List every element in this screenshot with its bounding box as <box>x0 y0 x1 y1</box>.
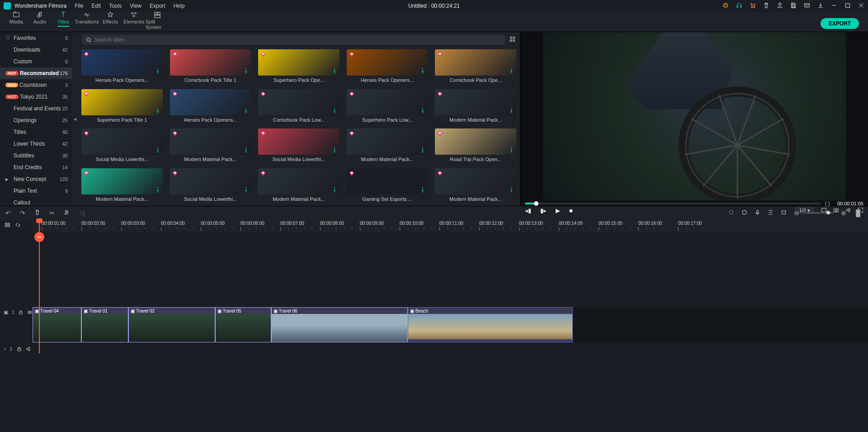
scissor-icon[interactable]: ✂ <box>34 232 44 242</box>
title-thumb[interactable]: ⭳Superhero Pack Ope... <box>258 49 340 85</box>
split-button[interactable]: ✂ <box>49 209 55 217</box>
title-thumb[interactable]: ⭳Heroes Pack Openers... <box>347 49 428 85</box>
marker-icon[interactable] <box>741 209 747 217</box>
sidebar-item-recommended[interactable]: HOTRecommended176 <box>0 67 72 79</box>
title-thumb[interactable]: ⭳Road Trip Pack Open... <box>435 128 516 165</box>
sidebar-collapse-handle[interactable]: ◂ <box>72 32 78 206</box>
tab-transitions[interactable]: Transitions <box>75 11 99 32</box>
maximize-icon[interactable] <box>844 2 851 10</box>
link-icon[interactable] <box>15 222 21 229</box>
sidebar-item-favorites[interactable]: ♡Favorites0 <box>0 32 72 44</box>
sidebar-item-plain-text[interactable]: Plain Text8 <box>0 185 72 197</box>
redo-button[interactable]: ↷ <box>20 209 25 217</box>
title-thumb[interactable]: ⭳Modern Material Pack... <box>170 128 251 165</box>
title-thumb[interactable]: ⭳Modern Material Pack... <box>347 128 428 165</box>
clip[interactable]: ▣ Travel 05 <box>215 307 271 342</box>
eye-icon[interactable] <box>27 309 33 315</box>
title-thumb[interactable]: ⭳Gaming Set Esports ... <box>347 168 428 204</box>
search-input[interactable] <box>94 37 501 43</box>
grid-view-toggle[interactable] <box>509 36 515 43</box>
title-thumb[interactable]: ⭳Modern Material Pack... <box>258 168 340 204</box>
sidebar-item-festival-and-events[interactable]: Festival and Events22 <box>0 103 72 114</box>
tab-titles[interactable]: Titles <box>52 11 75 32</box>
clip[interactable]: ▣ Travel 06 <box>271 307 408 342</box>
sidebar-item-callout[interactable]: Callout <box>0 197 72 206</box>
video-track-header[interactable]: ▣1 <box>0 308 33 317</box>
sidebar-item-custom[interactable]: Custom0 <box>0 56 72 67</box>
title-thumb[interactable]: ⭳Heroes Pack Openers... <box>170 89 251 125</box>
sidebar-item-openings[interactable]: Openings25 <box>0 114 72 126</box>
minimize-icon[interactable] <box>831 2 837 10</box>
zoom-in-button[interactable]: ⊕ <box>841 209 846 217</box>
menu-help[interactable]: Help <box>174 3 185 9</box>
sidebar-item-subtitles[interactable]: Subtitles30 <box>0 150 72 161</box>
play-button[interactable]: ▶ <box>556 207 560 214</box>
audio-track-header[interactable]: ♪1 <box>0 344 33 353</box>
title-thumb[interactable]: ⭳Modern Material Pack... <box>435 168 516 204</box>
frame-icon[interactable] <box>781 209 787 217</box>
title-thumb[interactable]: ⭳Comicbook Pack Title 1 <box>170 49 251 85</box>
title-thumb[interactable]: ⭳Modern Material Pack... <box>81 168 163 204</box>
cart-icon[interactable] <box>750 2 756 10</box>
mixer-icon[interactable] <box>768 209 774 217</box>
clip[interactable]: ▣ Travel 01 <box>81 307 128 342</box>
menu-edit[interactable]: Edit <box>92 3 101 9</box>
sidebar-item-end-credits[interactable]: End Credits14 <box>0 161 72 173</box>
tab-split-screen[interactable]: Split Screen <box>146 11 169 32</box>
render-icon[interactable] <box>728 209 734 217</box>
headphones-icon[interactable] <box>736 2 742 10</box>
delete-button[interactable] <box>34 209 40 217</box>
sidebar-item-tokyo-2021[interactable]: HOTTokyo 202135 <box>0 91 72 103</box>
playhead[interactable]: ✂ <box>39 219 40 353</box>
tab-media[interactable]: Media <box>5 11 28 32</box>
preview-seek-slider[interactable] <box>525 203 821 204</box>
stop-button[interactable]: ■ <box>569 207 573 214</box>
time-ruler[interactable]: 00:00:01:0000:00:02:0000:00:03:0000:00:0… <box>33 219 868 232</box>
step-back-button[interactable]: ◂▮ <box>525 207 531 214</box>
title-thumb[interactable]: ⭳Modern Material Pack... <box>435 89 516 125</box>
menu-tools[interactable]: Tools <box>109 3 122 9</box>
edit-settings-button[interactable] <box>64 209 70 217</box>
title-thumb[interactable]: ⭳Superhero Pack Title 1 <box>81 89 163 125</box>
zoom-out-button[interactable]: ⊖ <box>794 209 799 217</box>
preview-canvas[interactable] <box>543 32 846 200</box>
step-fwd-button[interactable]: ▮▸ <box>540 207 547 214</box>
sidebar-item-titles[interactable]: Titles40 <box>0 126 72 138</box>
manage-tracks-icon[interactable] <box>5 222 10 229</box>
timeline[interactable]: ▣1 ♪1 00:00:01:0000:00:02:0000:00:03:000… <box>0 219 868 353</box>
menu-view[interactable]: View <box>130 3 142 9</box>
sidebar-item-downloads[interactable]: Downloads42 <box>0 44 72 56</box>
title-thumb[interactable]: ⭳Heroes Pack Openers... <box>81 49 163 85</box>
tab-elements[interactable]: Elements <box>122 11 146 32</box>
title-thumb[interactable]: ⭳Comicbook Pack Ope... <box>435 49 516 85</box>
sidebar-item-countdown[interactable]: NewCountdown3 <box>0 79 72 91</box>
download-icon[interactable] <box>817 2 824 10</box>
title-thumb[interactable]: ⭳Comicbook Pack Low... <box>258 89 340 125</box>
mute-icon[interactable] <box>26 346 32 352</box>
sidebar-item-new-concept[interactable]: ▸New Concept120 <box>0 173 72 185</box>
zoom-slider[interactable] <box>807 212 834 214</box>
zoom-fit-button[interactable]: ▐▌ <box>854 209 863 217</box>
clip[interactable]: ▣ Travel 04 <box>33 307 81 342</box>
video-track[interactable]: ▣ Travel 04▣ Travel 01▣ Travel 02▣ Trave… <box>33 307 868 342</box>
tab-audio[interactable]: Audio <box>28 11 52 32</box>
clip[interactable]: ▣ Beach <box>408 307 573 342</box>
title-thumb[interactable]: ⭳Superhero Pack Low... <box>347 89 428 125</box>
message-icon[interactable] <box>804 2 810 10</box>
sidebar-item-lower-thirds[interactable]: Lower Thirds42 <box>0 138 72 150</box>
title-thumb[interactable]: ⭳Social Media Lowerthi... <box>81 128 163 165</box>
undo-button[interactable]: ↶ <box>5 209 11 217</box>
trash-icon[interactable] <box>763 2 769 10</box>
record-vo-icon[interactable] <box>755 209 760 217</box>
save-icon[interactable] <box>790 2 797 10</box>
title-thumb[interactable]: ⭳Social Media Lowerthi... <box>258 128 340 165</box>
lock-icon[interactable] <box>16 346 22 352</box>
account-icon[interactable] <box>777 2 783 10</box>
menu-file[interactable]: File <box>75 3 83 9</box>
tip-icon[interactable] <box>722 2 729 10</box>
tab-effects[interactable]: Effects <box>99 11 122 32</box>
clip[interactable]: ▣ Travel 02 <box>128 307 215 342</box>
export-button[interactable]: EXPORT <box>821 18 859 29</box>
lock-icon[interactable] <box>18 309 24 315</box>
close-icon[interactable] <box>858 2 864 10</box>
